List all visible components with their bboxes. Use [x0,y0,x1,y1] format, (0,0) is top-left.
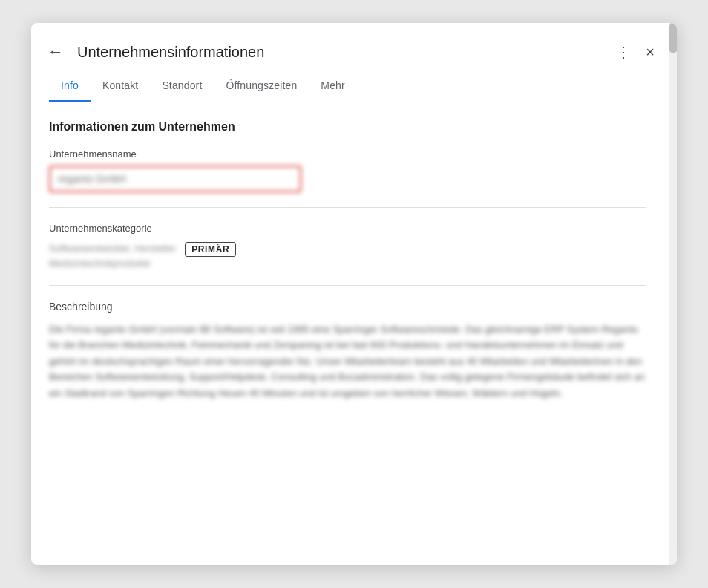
main-panel: ← Unternehmensinformationen ⋮ × Info Kon… [31,23,677,565]
panel-header: ← Unternehmensinformationen ⋮ × [31,23,677,66]
more-icon: ⋮ [616,45,631,59]
panel-title: Unternehmensinformationen [77,44,606,61]
scrollbar-track[interactable] [669,23,677,565]
tab-mehr[interactable]: Mehr [309,71,356,102]
header-actions: ⋮ × [612,40,659,64]
back-button[interactable]: ← [43,38,68,66]
company-name-label: Unternehmensname [49,148,646,160]
primary-badge: PRIMÄR [185,242,236,257]
tabs: Info Kontakt Standort Öffnungszeiten Meh… [31,71,677,102]
category-row: Softwareentwickler, HerstellerMedizintec… [49,241,646,270]
tab-standort[interactable]: Standort [150,71,214,102]
description-text: Die Firma reganto GmbH (vormals IBI Soft… [49,321,646,401]
close-button[interactable]: × [641,40,659,64]
category-label: Unternehmenskategorie [49,223,646,234]
tab-oeffnungszeiten[interactable]: Öffnungszeiten [214,71,309,102]
scrollbar-thumb[interactable] [669,23,677,53]
divider-2 [49,285,646,286]
section-title: Informationen zum Unternehmen [49,120,646,134]
tab-kontakt[interactable]: Kontakt [91,71,150,102]
panel-content: Informationen zum Unternehmen Unternehme… [31,102,669,419]
section-info: Informationen zum Unternehmen Unternehme… [49,120,646,401]
description-section: Beschreibung Die Firma reganto GmbH (vor… [49,301,646,401]
tab-info[interactable]: Info [49,71,91,102]
category-value: Softwareentwickler, HerstellerMedizintec… [49,241,176,270]
more-button[interactable]: ⋮ [612,40,635,64]
description-label: Beschreibung [49,301,646,313]
close-icon: × [646,45,655,59]
divider-1 [49,207,646,208]
back-icon: ← [47,42,64,62]
company-name-input[interactable] [49,166,301,192]
company-name-field: Unternehmensname [49,148,646,192]
company-name-input-wrapper [49,166,646,192]
category-section: Unternehmenskategorie Softwareentwickler… [49,223,646,270]
